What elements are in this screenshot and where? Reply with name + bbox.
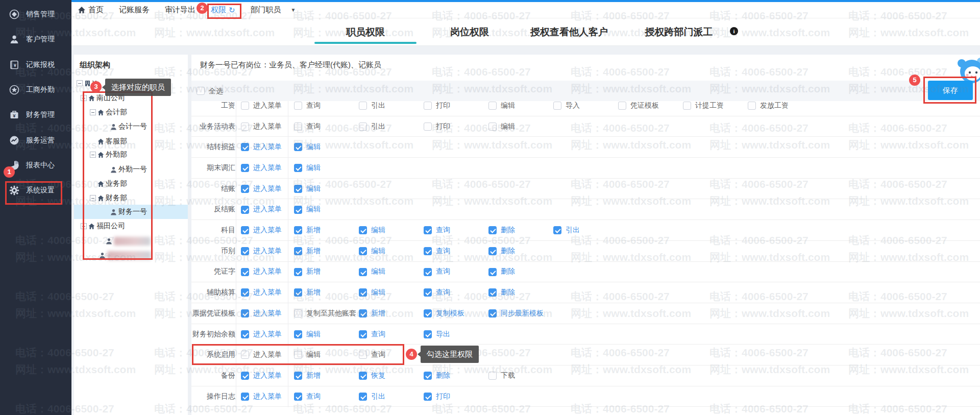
permission-checkbox[interactable] — [294, 288, 302, 297]
permission-checkbox[interactable] — [294, 268, 302, 276]
permission-checkbox[interactable] — [359, 309, 367, 318]
collapse-icon[interactable] — [90, 195, 96, 201]
enter-menu-checkbox[interactable] — [241, 164, 249, 172]
permission-checkbox[interactable] — [488, 372, 497, 380]
permission-checkbox[interactable] — [424, 226, 432, 234]
collapse-icon[interactable] — [81, 223, 87, 229]
permission-checkbox[interactable] — [683, 102, 691, 110]
enter-menu-checkbox[interactable] — [241, 185, 249, 193]
enter-menu-checkbox[interactable] — [241, 372, 249, 380]
permission-checkbox[interactable] — [553, 102, 561, 110]
permission-checkbox[interactable] — [359, 393, 367, 401]
permission-checkbox[interactable] — [294, 226, 302, 234]
permission-checkbox[interactable] — [488, 247, 497, 255]
enter-menu-checkbox[interactable] — [241, 247, 249, 255]
enter-menu-checkbox[interactable] — [241, 309, 249, 318]
permission-checkbox[interactable] — [488, 102, 497, 110]
enter-menu-checkbox[interactable] — [241, 123, 249, 131]
enter-menu-checkbox[interactable] — [241, 351, 249, 359]
permission-checkbox[interactable] — [424, 288, 432, 297]
subtab-2[interactable]: 岗位权限 — [450, 26, 489, 39]
permission-checkbox[interactable] — [359, 226, 367, 234]
subtab-1[interactable]: 职员权限 — [346, 26, 385, 39]
enter-menu-checkbox[interactable] — [241, 288, 249, 297]
permission-checkbox[interactable] — [424, 393, 432, 401]
permission-checkbox[interactable] — [294, 102, 302, 110]
nav-tab-5[interactable]: 部门职员▼ — [251, 5, 296, 15]
permission-checkbox[interactable] — [294, 164, 302, 172]
permission-checkbox[interactable] — [488, 288, 497, 297]
permission-checkbox[interactable] — [488, 268, 497, 276]
permission-checkbox[interactable] — [488, 226, 497, 234]
tree-node-外勤一号[interactable]: 外勤一号 — [110, 163, 147, 176]
save-button[interactable]: 保存 — [928, 81, 973, 100]
sidebar-item-4[interactable]: 工商外勤 — [0, 78, 71, 102]
permission-checkbox[interactable] — [424, 247, 432, 255]
sidebar-item-8[interactable]: 系统设置 — [0, 178, 71, 203]
sidebar-item-5[interactable]: ¥财务管理 — [0, 103, 71, 127]
enter-menu-checkbox[interactable] — [241, 268, 249, 276]
permission-checkbox[interactable] — [424, 268, 432, 276]
tree-node-hidden-12[interactable] — [99, 249, 151, 261]
tree-node-¥[interactable]: ¥ — [77, 77, 96, 89]
tree-node-会计部[interactable]: 会计部 — [90, 106, 127, 118]
permission-checkbox[interactable] — [359, 372, 367, 380]
collapse-icon[interactable] — [90, 152, 96, 158]
chevron-down-icon[interactable]: ▼ — [291, 7, 296, 13]
info-icon[interactable]: i — [730, 27, 738, 35]
permission-checkbox[interactable] — [294, 185, 302, 193]
permission-checkbox[interactable] — [294, 206, 302, 214]
tree-node-业务部[interactable]: 业务部 — [90, 178, 127, 190]
permission-checkbox[interactable] — [294, 393, 302, 401]
permission-checkbox[interactable] — [424, 309, 432, 318]
permission-checkbox[interactable] — [294, 247, 302, 255]
permission-checkbox[interactable] — [424, 330, 432, 338]
permission-checkbox[interactable] — [294, 143, 302, 151]
nav-tab-3[interactable]: 审计导出 — [165, 5, 195, 15]
permission-checkbox[interactable] — [424, 123, 432, 131]
nav-tab-1[interactable]: 首页 — [78, 5, 104, 15]
tree-node-财务一号[interactable]: 财务一号 — [110, 206, 147, 218]
permission-checkbox[interactable] — [359, 247, 367, 255]
permission-checkbox[interactable] — [359, 123, 367, 131]
enter-menu-checkbox[interactable] — [241, 143, 249, 151]
permission-checkbox[interactable] — [294, 309, 302, 318]
enter-menu-checkbox[interactable] — [241, 393, 249, 401]
permission-checkbox[interactable] — [294, 330, 302, 338]
subtab-3[interactable]: 授权查看他人客户 — [530, 26, 608, 39]
enter-menu-checkbox[interactable] — [241, 102, 249, 110]
sidebar-item-7[interactable]: 报表中心 — [0, 153, 71, 178]
permission-checkbox[interactable] — [424, 372, 432, 380]
select-all-checkbox[interactable] — [197, 87, 205, 95]
enter-menu-checkbox[interactable] — [241, 330, 249, 338]
enter-menu-checkbox[interactable] — [241, 206, 249, 214]
subtab-4[interactable]: 授权跨部门派工 — [645, 26, 713, 39]
nav-tab-4[interactable]: 权限↻ — [211, 5, 235, 15]
permission-checkbox[interactable] — [488, 123, 497, 131]
permission-checkbox[interactable] — [294, 372, 302, 380]
sidebar-item-2[interactable]: 客户管理 — [0, 27, 71, 52]
permission-checkbox[interactable] — [488, 309, 497, 318]
sidebar-item-1[interactable]: 销售管理 — [0, 2, 71, 27]
permission-checkbox[interactable] — [294, 351, 302, 359]
permission-checkbox[interactable] — [618, 102, 626, 110]
collapse-icon[interactable] — [77, 80, 83, 86]
enter-menu-checkbox[interactable] — [241, 226, 249, 234]
nav-tab-2[interactable]: 记账服务 — [119, 5, 150, 15]
permission-checkbox[interactable] — [553, 226, 561, 234]
tree-node-福田公司[interactable]: 福田公司 — [81, 220, 125, 232]
permission-checkbox[interactable] — [424, 102, 432, 110]
permission-checkbox[interactable] — [748, 102, 756, 110]
permission-checkbox[interactable] — [359, 330, 367, 338]
sidebar-item-3[interactable]: ¥记账报税 — [0, 53, 71, 77]
permission-checkbox[interactable] — [359, 351, 367, 359]
refresh-icon[interactable]: ↻ — [229, 6, 235, 15]
collapse-icon[interactable] — [90, 109, 96, 115]
permission-checkbox[interactable] — [359, 102, 367, 110]
tree-node-hidden-11[interactable] — [106, 235, 151, 247]
tree-node-南山公司[interactable]: 南山公司 — [81, 92, 125, 104]
tree-node-财务部[interactable]: 财务部 — [90, 192, 127, 204]
sidebar-item-6[interactable]: 服务运营 — [0, 128, 71, 153]
tree-node-客服部[interactable]: 客服部 — [90, 135, 127, 148]
permission-checkbox[interactable] — [294, 123, 302, 131]
